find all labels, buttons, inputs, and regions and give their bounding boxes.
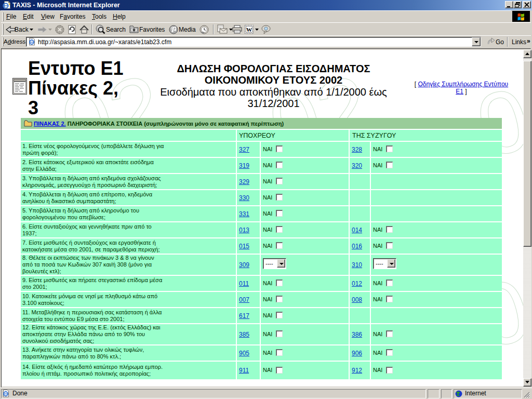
svg-text:W: W	[246, 26, 252, 33]
